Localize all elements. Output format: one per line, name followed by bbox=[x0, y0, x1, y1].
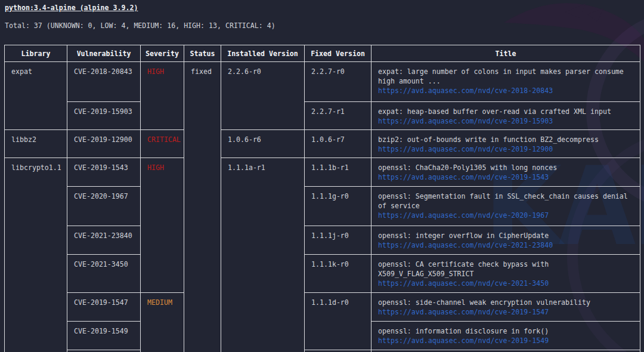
scan-target-title: python:3.4-alpine (alpine 3.9.2) bbox=[5, 3, 138, 13]
cell-title: bzip2: out-of-bounds write in function B… bbox=[371, 130, 640, 158]
cell-fixed-version: 1.1.1b-r1 bbox=[305, 158, 371, 187]
cell-severity: HIGH bbox=[141, 62, 184, 130]
cell-fixed-version: 1.0.6-r7 bbox=[305, 130, 371, 158]
column-header-severity: Severity bbox=[141, 45, 184, 62]
vulnerability-link[interactable]: https://avd.aquasec.com/nvd/cve-2019-129… bbox=[378, 144, 633, 154]
vulnerability-link[interactable]: https://avd.aquasec.com/nvd/cve-2019-154… bbox=[378, 172, 633, 182]
cell-title: openssl: Segmentation fault in SSL_check… bbox=[371, 187, 640, 226]
cell-vulnerability: CVE-2021-23840 bbox=[67, 226, 141, 255]
cell-vulnerability: CVE-2020-1967 bbox=[67, 187, 141, 226]
vulnerability-link[interactable]: https://avd.aquasec.com/nvd/cve-2019-159… bbox=[378, 116, 633, 126]
cell-severity: MEDIUM bbox=[141, 293, 184, 352]
cell-fixed-version: 1.1.1j-r0 bbox=[305, 226, 371, 255]
cell-title: expat: heap-based buffer over-read via c… bbox=[371, 102, 640, 130]
title-text-line: bzip2: out-of-bounds write in function B… bbox=[378, 135, 633, 144]
cell-library: libcrypto1.1 bbox=[5, 158, 67, 352]
cell-vulnerability: CVE-2019-1543 bbox=[67, 158, 141, 187]
cell-fixed-version: 2.2.7-r1 bbox=[305, 102, 371, 130]
table-row: CVE-2021-238401.1.1j-r0openssl: integer … bbox=[5, 226, 640, 255]
title-text-line: openssl: CA certificate check bypass wit… bbox=[378, 260, 633, 269]
table-row bbox=[5, 350, 640, 352]
cell-severity: CRITICAL bbox=[141, 130, 184, 158]
vulnerability-table: LibraryVulnerabilitySeverityStatusInstal… bbox=[4, 45, 640, 352]
table-row: CVE-2021-34501.1.1k-r0openssl: CA certif… bbox=[5, 255, 640, 293]
cell-fixed-version: 1.1.1d-r0 bbox=[305, 293, 371, 350]
table-row: CVE-2019-1547MEDIUM1.1.1d-r0openssl: sid… bbox=[5, 293, 640, 322]
title-text-line: openssl: information disclosure in fork(… bbox=[378, 326, 633, 336]
cell-fixed-version: 1.1.1k-r0 bbox=[305, 255, 371, 293]
cell-installed-version: 1.1.1a-r1 bbox=[221, 158, 305, 352]
title-text-line: expat: heap-based buffer over-read via c… bbox=[378, 107, 633, 116]
cell-library: libbz2 bbox=[5, 130, 67, 158]
table-header-row: LibraryVulnerabilitySeverityStatusInstal… bbox=[5, 45, 640, 62]
title-text-line: expat: large number of colons in input m… bbox=[378, 67, 633, 76]
cell-title: expat: large number of colons in input m… bbox=[371, 62, 640, 102]
cell-vulnerability: CVE-2019-1547 bbox=[67, 293, 141, 322]
cell-title: openssl: information disclosure in fork(… bbox=[371, 322, 640, 350]
vulnerability-link[interactable]: https://avd.aquasec.com/nvd/cve-2021-345… bbox=[378, 279, 633, 288]
cell-installed-version: 2.2.6-r0 bbox=[221, 62, 305, 130]
vulnerability-link[interactable]: https://avd.aquasec.com/nvd/cve-2018-208… bbox=[378, 86, 633, 95]
table-row: libbz2CVE-2019-12900CRITICAL1.0.6-r61.0.… bbox=[5, 130, 640, 158]
cell-vulnerability: CVE-2019-1549 bbox=[67, 322, 141, 350]
cell-title: openssl: side-channel weak encryption vu… bbox=[371, 293, 640, 322]
table-row: expatCVE-2018-20843HIGHfixed2.2.6-r02.2.… bbox=[5, 62, 640, 102]
title-text-line: openssl: integer overflow in CipherUpdat… bbox=[378, 231, 633, 240]
cell-installed-version: 1.0.6-r6 bbox=[221, 130, 305, 158]
cell-title bbox=[371, 350, 640, 352]
cell-title: openssl: integer overflow in CipherUpdat… bbox=[371, 226, 640, 255]
cell-status: fixed bbox=[184, 62, 221, 352]
vulnerability-link[interactable]: https://avd.aquasec.com/nvd/cve-2019-154… bbox=[378, 307, 633, 317]
cell-vulnerability bbox=[67, 350, 141, 352]
cell-vulnerability: CVE-2019-12900 bbox=[67, 130, 141, 158]
vulnerability-link[interactable]: https://avd.aquasec.com/nvd/cve-2020-196… bbox=[378, 211, 633, 220]
table-row: libcrypto1.1CVE-2019-1543HIGH1.1.1a-r11.… bbox=[5, 158, 640, 187]
cell-library: expat bbox=[5, 62, 67, 130]
title-text-line: openssl: ChaCha20-Poly1305 with long non… bbox=[378, 163, 633, 172]
cell-fixed-version bbox=[305, 350, 371, 352]
title-text-line: of service bbox=[378, 201, 633, 211]
terminal-screen: python:3.4-alpine (alpine 3.9.2) Total: … bbox=[0, 0, 644, 352]
cell-title: openssl: CA certificate check bypass wit… bbox=[371, 255, 640, 293]
cell-fixed-version: 1.1.1g-r0 bbox=[305, 187, 371, 226]
title-text-line: high amount ... bbox=[378, 76, 633, 86]
column-header-library: Library bbox=[5, 45, 67, 62]
table-row: CVE-2020-19671.1.1g-r0openssl: Segmentat… bbox=[5, 187, 640, 226]
cell-severity: HIGH bbox=[141, 158, 184, 293]
scan-summary-line: Total: 37 (UNKNOWN: 0, LOW: 4, MEDIUM: 1… bbox=[5, 21, 275, 30]
cell-vulnerability: CVE-2021-3450 bbox=[67, 255, 141, 293]
column-header-title: Title bbox=[371, 45, 640, 62]
vulnerability-link[interactable]: https://avd.aquasec.com/nvd/cve-2021-238… bbox=[378, 240, 633, 250]
column-header-vulnerability: Vulnerability bbox=[67, 45, 141, 62]
title-text-line: openssl: side-channel weak encryption vu… bbox=[378, 298, 633, 307]
title-text-line: openssl: Segmentation fault in SSL_check… bbox=[378, 192, 633, 201]
cell-vulnerability: CVE-2019-15903 bbox=[67, 102, 141, 130]
column-header-fixed-version: Fixed Version bbox=[305, 45, 371, 62]
table-row: CVE-2019-159032.2.7-r1expat: heap-based … bbox=[5, 102, 640, 130]
column-header-installed-version: Installed Version bbox=[221, 45, 305, 62]
title-text-line: X509_V_FLAG_X509_STRICT bbox=[378, 269, 633, 279]
column-header-status: Status bbox=[184, 45, 221, 62]
cell-title: openssl: ChaCha20-Poly1305 with long non… bbox=[371, 158, 640, 187]
vulnerability-link[interactable]: https://avd.aquasec.com/nvd/cve-2019-154… bbox=[378, 336, 633, 345]
cell-fixed-version: 2.2.7-r0 bbox=[305, 62, 371, 102]
cell-vulnerability: CVE-2018-20843 bbox=[67, 62, 141, 102]
